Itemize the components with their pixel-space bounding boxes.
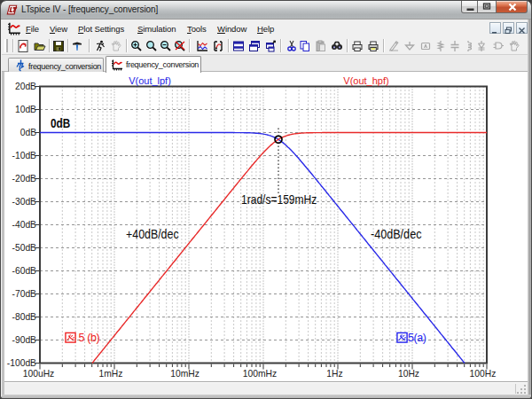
svg-text:V(out_lpf): V(out_lpf) — [129, 75, 171, 86]
svg-text:1mHz: 1mHz — [99, 369, 123, 379]
svg-text:-60dB: -60dB — [12, 266, 37, 276]
svg-text:100mHz: 100mHz — [243, 369, 277, 379]
svg-text:10dB: 10dB — [15, 105, 36, 114]
svg-text:-10dB: -10dB — [12, 151, 37, 160]
svg-text:100Hz: 100Hz — [470, 369, 497, 379]
svg-text:0dB: 0dB — [20, 128, 36, 137]
svg-text:100uHz: 100uHz — [23, 369, 55, 379]
svg-text:-50dB: -50dB — [12, 243, 37, 253]
svg-text:1Hz: 1Hz — [326, 369, 342, 379]
svg-text:-40dB: -40dB — [12, 220, 37, 230]
svg-text:-80dB: -80dB — [12, 312, 37, 322]
svg-text:-70dB: -70dB — [12, 289, 37, 299]
svg-text:20dB: 20dB — [15, 82, 36, 91]
svg-text:-100dB: -100dB — [7, 358, 36, 368]
svg-text:-20dB: -20dB — [12, 174, 37, 184]
svg-text:10mHz: 10mHz — [170, 369, 200, 379]
svg-text:10Hz: 10Hz — [398, 369, 419, 379]
svg-text:V(out_hpf): V(out_hpf) — [343, 75, 388, 86]
svg-text:-30dB: -30dB — [12, 197, 37, 207]
svg-text:-90dB: -90dB — [12, 335, 37, 345]
